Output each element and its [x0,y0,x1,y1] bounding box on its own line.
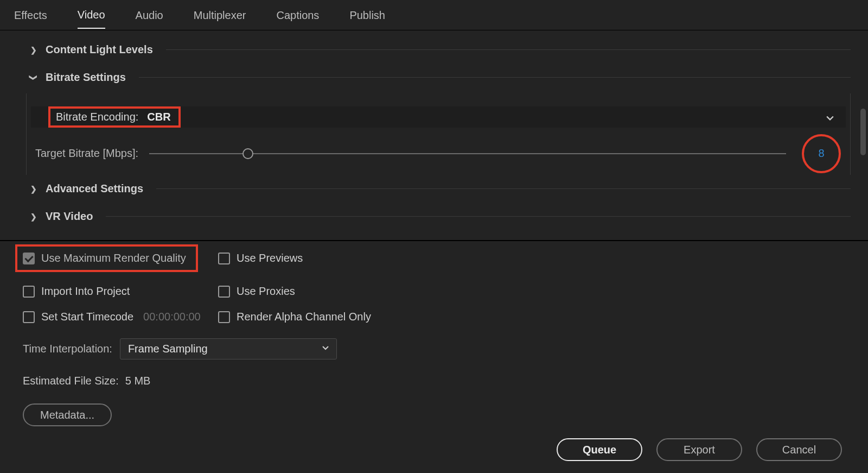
checkbox-use-previews[interactable] [218,253,230,264]
chevron-down-icon [322,345,329,353]
option-set-start-timecode[interactable]: Set Start Timecode 00:00:00:00 [23,311,218,323]
option-use-max-render-quality[interactable]: Use Maximum Render Quality [23,244,218,272]
divider [139,77,851,78]
option-label: Use Previews [237,252,303,264]
target-bitrate-value[interactable]: 8 [818,147,824,160]
bitrate-encoding-dropdown[interactable]: Bitrate Encoding: CBR [31,106,846,128]
bitrate-encoding-value: CBR [147,111,170,123]
chevron-right-icon: ❯ [30,185,37,193]
bitrate-panel: Bitrate Encoding: CBR Target Bitrate [Mb… [26,93,851,175]
checkbox-set-start-timecode[interactable] [23,311,35,323]
time-interpolation-row: Time Interpolation: Frame Sampling [23,338,845,360]
metadata-button[interactable]: Metadata... [23,403,112,426]
tab-publish[interactable]: Publish [349,9,385,28]
annotation-encoding-highlight: Bitrate Encoding: CBR [48,106,181,128]
export-tabs: Effects Video Audio Multiplexer Captions… [0,0,868,30]
tab-captions[interactable]: Captions [276,9,319,28]
option-use-proxies[interactable]: Use Proxies [218,285,478,298]
checkbox-render-alpha-only[interactable] [218,311,230,323]
section-vr-video[interactable]: ❯ VR Video [0,203,868,230]
target-bitrate-value-wrap: 8 [797,147,846,160]
tab-video[interactable]: Video [78,9,105,29]
estimated-file-size-value: 5 MB [125,375,151,387]
option-label: Use Proxies [237,285,295,298]
start-timecode-value[interactable]: 00:00:00:00 [143,311,201,323]
option-label: Use Maximum Render Quality [41,252,186,264]
checkbox-import-into-project[interactable] [23,286,35,298]
estimated-file-size-label: Estimated File Size: [23,375,119,387]
option-import-into-project[interactable]: Import Into Project [23,285,218,298]
scrollbar-thumb[interactable] [860,109,866,155]
tab-audio[interactable]: Audio [136,9,163,28]
target-bitrate-row: Target Bitrate [Mbps]: 8 [31,147,846,160]
option-label: Render Alpha Channel Only [237,311,371,323]
section-label: Bitrate Settings [46,71,126,84]
slider-thumb[interactable] [242,148,253,159]
section-label: Advanced Settings [46,182,143,195]
section-label: VR Video [46,210,93,223]
video-sections: ❯ Content Light Levels ❯ Bitrate Setting… [0,30,868,230]
cancel-button[interactable]: Cancel [756,438,842,461]
tab-effects[interactable]: Effects [14,9,47,28]
checkbox-use-max-render-quality[interactable] [23,253,35,264]
queue-button[interactable]: Queue [557,438,642,461]
chevron-right-icon: ❯ [30,212,37,221]
divider [156,188,851,189]
export-actions: Queue Export Cancel [557,438,842,461]
section-content-light-levels[interactable]: ❯ Content Light Levels [0,36,868,64]
target-bitrate-label: Target Bitrate [Mbps]: [35,147,138,160]
option-label: Set Start Timecode [41,311,133,323]
section-label: Content Light Levels [46,43,153,56]
export-button[interactable]: Export [656,438,742,461]
time-interpolation-select[interactable]: Frame Sampling [120,338,337,360]
bitrate-encoding-label: Bitrate Encoding: [56,111,138,123]
chevron-down-icon [826,112,836,122]
option-use-previews[interactable]: Use Previews [218,252,478,264]
divider [106,216,851,217]
time-interpolation-label: Time Interpolation: [23,343,112,355]
option-label: Import Into Project [41,285,130,298]
option-render-alpha-only[interactable]: Render Alpha Channel Only [218,311,478,323]
estimated-file-size-row: Estimated File Size: 5 MB [23,375,845,387]
annotation-render-quality-highlight: Use Maximum Render Quality [15,244,198,272]
chevron-down-icon: ❯ [29,74,38,81]
target-bitrate-slider[interactable] [149,148,786,159]
section-bitrate-settings[interactable]: ❯ Bitrate Settings [0,64,868,91]
checkbox-use-proxies[interactable] [218,286,230,298]
section-advanced-settings[interactable]: ❯ Advanced Settings [0,175,868,203]
tab-multiplexer[interactable]: Multiplexer [194,9,246,28]
chevron-right-icon: ❯ [30,46,37,54]
divider [166,49,851,50]
time-interpolation-value: Frame Sampling [128,343,208,355]
export-options-panel: Use Maximum Render Quality Use Previews … [0,241,868,426]
